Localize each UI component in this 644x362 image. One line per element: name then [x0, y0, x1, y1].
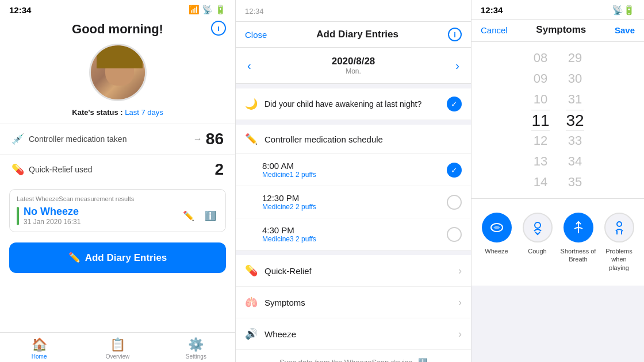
symptom-cough[interactable]: Cough	[517, 208, 558, 276]
med-name-1: Medicine2 2 puffs	[262, 203, 316, 211]
edit-icon[interactable]: ✏️	[181, 208, 197, 224]
status-bar-1: 12:34 📶 📡 🔋	[0, 0, 235, 17]
awakening-check[interactable]: ✓	[447, 97, 462, 111]
symptoms-chevron: ›	[458, 296, 462, 309]
min-30: 30	[568, 68, 582, 89]
symptoms-action-left: 🫁 Symptoms	[245, 296, 305, 309]
wheeze-action[interactable]: 🔊 Wheeze ›	[236, 318, 471, 350]
nav-home[interactable]: 🏠 Home	[0, 337, 78, 360]
wheeze-bar	[17, 207, 19, 225]
symptoms-action[interactable]: 🫁 Symptoms ›	[236, 287, 471, 318]
avatar	[89, 44, 147, 101]
controller-med-value: → 86	[193, 130, 224, 148]
awakening-question-row: 🌙 Did your child have awakening at last …	[236, 88, 471, 120]
action-section: 💊 Quick-Relief › 🫁 Symptoms › 🔊 Wheeze ›…	[236, 255, 471, 362]
hour-08: 08	[534, 48, 547, 68]
patient-status-row: Kate's status : Last 7 days	[0, 108, 235, 117]
med-schedule-header: ✏️ Controller medication schedule	[236, 125, 471, 154]
med-name-2: Medicine3 2 puffs	[262, 235, 316, 243]
panel3-bottom	[471, 286, 644, 362]
panel2-title: Add Diary Entries	[316, 29, 398, 40]
settings-icon: ⚙️	[188, 337, 204, 352]
quick-relief-action-left: 💊 Quick-Relief	[245, 264, 312, 277]
hour-14: 14	[534, 172, 547, 192]
patient-name: Kate's status :	[72, 108, 122, 117]
nav-overview[interactable]: 📋 Overview	[78, 337, 156, 360]
panel-add-diary: 12:34 Close Add Diary Entries i ‹ 2020/8…	[236, 0, 471, 362]
shortness-label: Shortness of Breath	[560, 247, 596, 264]
quick-relief-action[interactable]: 💊 Quick-Relief ›	[236, 255, 471, 287]
panel3-status-bar: 12:34 📡🔋	[471, 0, 644, 20]
med-row-1: 12:30 PM Medicine2 2 puffs	[236, 186, 471, 218]
quick-relief-icon: 💊	[245, 264, 258, 277]
symptoms-action-label: Symptoms	[264, 298, 305, 307]
panel2-title-bar: Close Add Diary Entries i	[236, 22, 471, 48]
med-check-2[interactable]	[447, 227, 462, 242]
wheeze-chevron: ›	[458, 328, 462, 340]
greeting-text: Good morning!	[0, 22, 235, 37]
info-button-2[interactable]: i	[448, 28, 462, 41]
info-button-1[interactable]: i	[211, 21, 226, 36]
hour-11: 11	[531, 110, 549, 130]
add-diary-button[interactable]: ✏️ Add Diary Entries	[9, 242, 226, 273]
svg-point-2	[617, 222, 622, 226]
info-circle-icon[interactable]: ℹ️	[202, 208, 218, 224]
wheeze-date: 31 Jan 2020 16:31	[24, 218, 80, 226]
quick-relief-action-label: Quick-Relief	[264, 266, 312, 276]
wheeze-result-row: No Wheeze 31 Jan 2020 16:31 ✏️ ℹ️	[17, 206, 218, 226]
min-34: 34	[568, 151, 582, 172]
sync-info-icon[interactable]: ℹ️	[418, 358, 427, 362]
time-1: 12:34	[9, 5, 31, 15]
cancel-button[interactable]: Cancel	[481, 25, 508, 35]
shortness-circle	[564, 213, 593, 242]
wheeze-action-left: 🔊 Wheeze	[245, 328, 296, 340]
arrow-icon: →	[193, 134, 202, 144]
next-date-button[interactable]: ›	[455, 59, 459, 72]
time-picker: 08 09 10 11 12 13 14 29 30 31 32 33 34 3…	[471, 42, 644, 199]
hour-picker[interactable]: 08 09 10 11 12 13 14	[523, 48, 558, 192]
child-avatar-image	[91, 45, 145, 99]
med-check-1[interactable]	[447, 195, 462, 210]
add-diary-icon: ✏️	[68, 252, 80, 264]
close-button[interactable]: Close	[245, 30, 267, 40]
hour-13: 13	[534, 151, 547, 172]
signal-icon: 📶	[189, 5, 200, 15]
panel-symptoms: 12:34 📡🔋 Cancel Symptoms Save 08 09 10 1…	[471, 0, 644, 362]
symptom-playing[interactable]: Problems when playing	[599, 208, 639, 276]
symptom-shortness[interactable]: Shortness of Breath	[558, 208, 599, 276]
minute-picker[interactable]: 29 30 31 32 33 34 35	[558, 48, 592, 192]
min-32: 32	[566, 110, 584, 130]
prev-date-button[interactable]: ‹	[247, 59, 251, 72]
pen-icon: ✏️	[245, 133, 258, 145]
nav-settings[interactable]: ⚙️ Settings	[157, 337, 235, 360]
controller-med-row: 💉 Controller medication taken → 86	[0, 124, 235, 154]
min-31: 31	[568, 89, 582, 110]
panel3-title: Symptoms	[536, 24, 586, 36]
moon-icon: 🌙	[245, 98, 258, 110]
min-33: 33	[568, 130, 582, 151]
wifi-icon-3: 📡🔋	[612, 5, 635, 16]
inhaler-icon: 💊	[12, 163, 24, 176]
wheeze-action-label: Wheeze	[264, 329, 296, 339]
quick-relief-value: 2	[214, 160, 224, 179]
panel2-header: 12:34	[236, 0, 471, 22]
status-icons-1: 📶 📡 🔋	[189, 5, 226, 15]
med-time-0: 8:00 AM	[262, 161, 316, 171]
save-button[interactable]: Save	[615, 25, 635, 35]
status-period-link[interactable]: Last 7 days	[125, 108, 163, 117]
home-icon: 🏠	[32, 337, 47, 352]
wheeze-section: Latest WheezeScan measurement results No…	[9, 189, 226, 232]
wheeze-scan-icon: 🔊	[245, 328, 258, 340]
med-check-0[interactable]: ✓	[447, 163, 462, 178]
controller-med-label: 💉 Controller medication taken	[12, 133, 126, 145]
panel3-header: Cancel Symptoms Save	[471, 20, 644, 42]
date-day: Mon.	[332, 67, 375, 75]
playing-label: Problems when playing	[601, 247, 637, 272]
time-3: 12:34	[481, 5, 503, 15]
med-time-2: 4:30 PM	[262, 225, 316, 235]
hour-10: 10	[534, 89, 547, 110]
wheeze-label: Wheeze	[485, 247, 508, 255]
symptom-wheeze[interactable]: Wheeze	[476, 208, 517, 276]
date-nav: ‹ 2020/8/28 Mon. ›	[236, 48, 471, 84]
med-schedule-section: ✏️ Controller medication schedule 8:00 A…	[236, 125, 471, 251]
